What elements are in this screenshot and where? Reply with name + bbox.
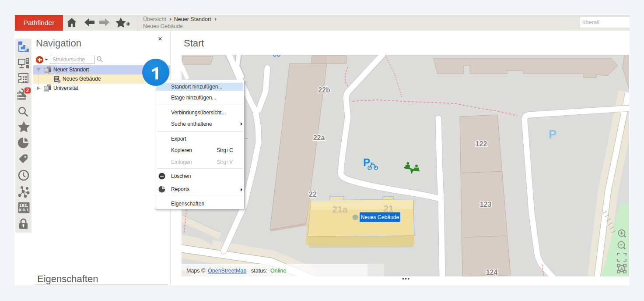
svg-text:0.0.1: 0.0.1 bbox=[19, 207, 29, 212]
svg-text:21: 21 bbox=[383, 203, 394, 213]
svg-text:123: 123 bbox=[480, 201, 492, 208]
svg-text:P: P bbox=[549, 128, 556, 141]
svg-text:status:: status: bbox=[251, 268, 267, 274]
svg-text:Maps ©: Maps © bbox=[186, 268, 206, 274]
svg-text:A: A bbox=[620, 266, 623, 272]
svg-text:22a: 22a bbox=[313, 134, 325, 142]
svg-text:124: 124 bbox=[486, 269, 498, 276]
svg-text:22: 22 bbox=[309, 191, 317, 198]
svg-text:Neues Gebäude: Neues Gebäude bbox=[361, 214, 399, 220]
svg-text:122: 122 bbox=[476, 140, 487, 148]
svg-text:22b: 22b bbox=[318, 86, 330, 94]
svg-text:2: 2 bbox=[26, 88, 29, 93]
svg-text:Online: Online bbox=[270, 268, 286, 274]
svg-text:OpenStreetMap: OpenStreetMap bbox=[208, 268, 246, 274]
svg-text:21a: 21a bbox=[332, 204, 347, 214]
